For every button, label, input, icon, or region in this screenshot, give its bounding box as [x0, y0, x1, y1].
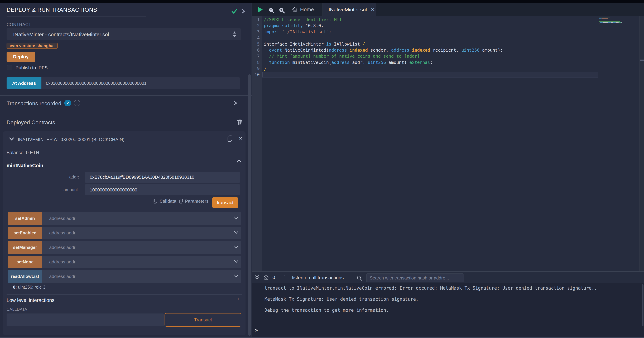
search-icon: [357, 275, 362, 281]
function-row-setManager: setManager: [8, 241, 241, 254]
transactions-count-badge: 2: [64, 100, 71, 106]
info-icon[interactable]: i: [74, 100, 80, 106]
expand-params-chevron-icon[interactable]: [234, 260, 238, 264]
editor-tab-bar: Home INativeMinter.sol ✕: [252, 3, 644, 16]
expand-params-chevron-icon[interactable]: [234, 274, 238, 278]
terminal-log-line: transact to INativeMinter.mintNativeCoin…: [264, 286, 597, 291]
contract-select[interactable]: INativeMinter - contracts/INativeMinter.…: [6, 28, 241, 40]
copy-address-icon[interactable]: [227, 135, 233, 142]
terminal-prompt: >: [255, 327, 258, 333]
collapse-panel-chevron-icon[interactable]: [241, 8, 246, 14]
contract-label: CONTRACT: [6, 22, 31, 27]
deployed-contracts-label: Deployed Contracts: [6, 119, 55, 126]
editor-minimap[interactable]: [598, 16, 639, 54]
setAdmin-input[interactable]: [42, 212, 229, 225]
zoom-in-icon[interactable]: [278, 7, 286, 14]
readAllowList-input[interactable]: [42, 270, 229, 283]
clear-instances-trash-icon[interactable]: [237, 119, 243, 126]
home-icon: [292, 6, 298, 12]
amount-field-input[interactable]: [84, 184, 240, 196]
panel-title: DEPLOY & RUN TRANSACTIONS: [6, 6, 97, 13]
readAllowList-button[interactable]: readAllowList: [8, 270, 42, 283]
instance-balance: Balance: 0 ETH: [6, 150, 39, 155]
deploy-button[interactable]: Deploy: [6, 52, 35, 62]
addr-field-label: addr:: [3, 174, 79, 180]
setNone-button[interactable]: setNone: [8, 256, 42, 268]
setAdmin-button[interactable]: setAdmin: [8, 212, 42, 225]
addr-field-input[interactable]: [84, 172, 240, 183]
at-address-input[interactable]: [42, 77, 240, 89]
card-divider: [6, 294, 242, 295]
terminal-log-line: MetaMask Tx Signature: User denied trans…: [264, 296, 597, 302]
overview-ruler[interactable]: [640, 16, 644, 271]
deploy-run-panel: DEPLOY & RUN TRANSACTIONS CONTRACT INati…: [0, 3, 252, 336]
terminal-log-line: Debug the transaction to get more inform…: [264, 308, 597, 313]
terminal-scrollbar-thumb[interactable]: [642, 284, 644, 326]
window-bottom-strip: [0, 336, 644, 338]
instance-title: INATIVEMINTER AT 0X020...00001 (BLOCKCHA…: [18, 137, 124, 142]
deployed-contract-card: INATIVEMINTER AT 0X020...00001 (BLOCKCHA…: [3, 131, 246, 335]
setManager-input[interactable]: [42, 241, 229, 254]
open-function-name: mintNativeCoin: [6, 163, 43, 168]
window-top-strip: [0, 0, 644, 3]
setManager-button[interactable]: setManager: [8, 241, 42, 254]
expand-params-chevron-icon[interactable]: [234, 230, 238, 234]
terminal-logs: transact to INativeMinter.mintNativeCoin…: [264, 286, 597, 319]
low-level-transact-button[interactable]: Transact: [164, 313, 241, 326]
panel-scrollbar-thumb[interactable]: [248, 74, 251, 336]
calldata-label: CALLDATA: [6, 307, 27, 312]
code-lines: //SPDX-License-Identifier: MITpragma sol…: [264, 16, 503, 78]
function-row-readAllowList: readAllowList: [8, 270, 241, 283]
evm-version-badge: evm version: shanghai: [6, 43, 58, 49]
expand-params-chevron-icon[interactable]: [234, 245, 238, 249]
panel-editor-divider[interactable]: [252, 3, 252, 336]
line-numbers: 12345678910: [252, 16, 260, 78]
terminal-search-input[interactable]: [366, 274, 464, 282]
at-address-button[interactable]: At Address: [6, 77, 42, 89]
listen-all-transactions-checkbox[interactable]: [284, 275, 289, 280]
remove-instance-icon[interactable]: ×: [239, 136, 242, 141]
tab-inativeminter-sol[interactable]: INativeMinter.sol ✕: [322, 3, 376, 16]
publish-ipfs-checkbox[interactable]: [7, 65, 12, 70]
function-collapse-chevron-icon[interactable]: [236, 159, 242, 163]
text-cursor: [262, 72, 262, 77]
clear-console-icon[interactable]: [263, 275, 269, 280]
transactions-recorded-row: Transactions recorded 2 i: [0, 96, 252, 114]
overview-ruler-marker: [640, 60, 644, 61]
terminal-toolbar: 0 listen on all transactions: [252, 271, 644, 283]
setNone-input[interactable]: [42, 256, 229, 268]
low-level-title: Low level interactions: [6, 298, 54, 303]
function-row-setNone: setNone: [8, 256, 241, 268]
code-editor[interactable]: 12345678910 //SPDX-License-Identifier: M…: [252, 16, 644, 271]
function-row-setEnabled: setEnabled: [8, 227, 241, 239]
function-row-setAdmin: setAdmin: [8, 212, 241, 225]
copy-parameters-button[interactable]: Parameters: [179, 198, 208, 204]
low-level-info-icon[interactable]: i: [238, 296, 239, 301]
select-updown-icon: [232, 31, 236, 38]
listen-all-transactions-label: listen on all transactions: [292, 275, 344, 280]
pending-tx-count: 0: [272, 275, 275, 280]
expand-params-chevron-icon[interactable]: [234, 216, 238, 220]
transactions-recorded-label: Transactions recorded: [6, 100, 61, 107]
run-script-play-icon[interactable]: [257, 6, 263, 13]
zoom-out-icon[interactable]: [268, 7, 275, 14]
read-output: 0: uint256: role 3: [13, 285, 46, 290]
amount-field-label: amount:: [3, 187, 79, 192]
transactions-expand-chevron-icon[interactable]: [233, 100, 238, 106]
status-check-icon: [231, 8, 238, 15]
deployed-contracts-row: Deployed Contracts: [0, 114, 252, 131]
calldata-input[interactable]: [6, 314, 164, 326]
terminal-expand-chevrons-icon[interactable]: [254, 275, 260, 280]
tab-home[interactable]: Home: [289, 3, 316, 16]
copy-calldata-button[interactable]: Calldata: [153, 198, 176, 204]
publish-ipfs-label: Publish to IPFS: [16, 65, 48, 70]
setEnabled-button[interactable]: setEnabled: [8, 227, 42, 239]
terminal: 0 listen on all transactions transact to…: [252, 271, 644, 336]
transact-button[interactable]: transact: [212, 197, 238, 208]
instance-collapse-chevron-icon[interactable]: [9, 137, 14, 141]
close-tab-icon[interactable]: ✕: [371, 6, 375, 12]
title-underline: [6, 16, 146, 17]
contract-select-value: INativeMinter - contracts/INativeMinter.…: [13, 32, 109, 38]
setEnabled-input[interactable]: [42, 227, 229, 239]
